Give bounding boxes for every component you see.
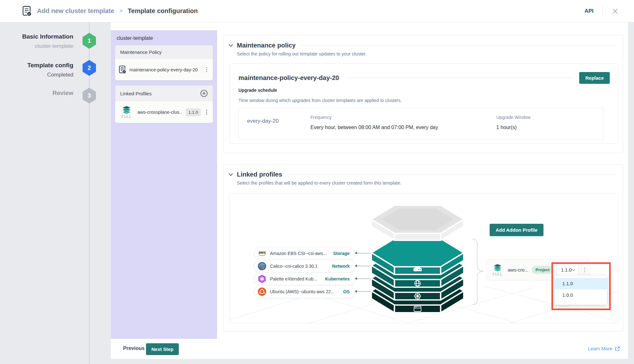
breadcrumb-add-new-cluster-template[interactable]: Add new cluster template: [37, 7, 114, 15]
chevron-down-icon[interactable]: [229, 173, 233, 176]
schedule-window: Upgrade Window 1 hour(s): [496, 115, 603, 130]
maintenance-policy-row[interactable]: maintenance-policy-every-day-20: [115, 59, 213, 80]
header-actions: API: [585, 6, 619, 16]
header: Add new cluster template > Template conf…: [0, 0, 634, 22]
section-rule: [300, 45, 616, 46]
kebab-menu-icon[interactable]: [204, 66, 209, 74]
profile-type-label: FULL: [492, 272, 503, 276]
frequency-value: Every hour, between 08:00 AM and 07:00 P…: [310, 125, 496, 130]
step-badge-3: 3: [83, 88, 96, 104]
template-tree-panel: cluster-template Maintenance Policy: [111, 30, 217, 339]
layer-name: Calico--cni-calico 3.30.1: [270, 264, 329, 269]
card-header-label: Maintenance Policy: [120, 49, 162, 55]
palette-xks-icon: [257, 274, 267, 283]
layer-chip-storage[interactable]: aws Amazon EBS CSI--csi-aws... Storage: [254, 247, 355, 260]
layers-stack-icon: [492, 264, 503, 272]
maintenance-policy-card: Maintenance Policy maintenance-pol: [115, 45, 213, 80]
svg-text:aws: aws: [259, 250, 266, 255]
step-review[interactable]: Review: [3, 89, 73, 97]
document-check-icon: [119, 65, 126, 74]
maintenance-policy-section: Maintenance policy Select the policy for…: [223, 35, 623, 153]
step-basic-information[interactable]: Basic Information cluster-template: [3, 33, 73, 50]
card-header-label: Linked Profiles: [120, 91, 151, 96]
policy-rule: [346, 78, 572, 78]
hexagon-stack-graphic: [367, 200, 469, 321]
step-title: Basic Information: [3, 33, 73, 40]
step-subtitle: cluster-template: [3, 43, 73, 50]
step-title: Review: [3, 89, 73, 97]
layer-category: OS: [343, 289, 350, 294]
breadcrumb-separator: >: [119, 8, 123, 14]
step-badge-2: 2: [83, 60, 96, 76]
layer-chip-network[interactable]: Calico--cni-calico 3.30.1 Network: [254, 260, 355, 273]
schedule-box: every-day-20 Frequency Every hour, betwe…: [238, 108, 603, 140]
version-select[interactable]: 1.1.0: [557, 264, 579, 276]
step-subtitle: Completed: [3, 71, 73, 78]
template-name-label: cluster-template: [111, 30, 217, 45]
add-cluster-template-wizard: Add new cluster template > Template conf…: [0, 0, 634, 364]
layers-stack-icon: [120, 106, 133, 114]
breadcrumb: Add new cluster template > Template conf…: [22, 6, 198, 17]
replace-button[interactable]: Replace: [579, 72, 610, 84]
section-rule: [287, 174, 616, 175]
version-select-value: 1.1.0: [561, 267, 572, 273]
linked-section-head: Linked profiles: [223, 164, 623, 178]
kebab-menu-icon[interactable]: [582, 266, 587, 274]
layer-chip-kubernetes[interactable]: Palette eXtended Kub... Kubernetes: [254, 273, 355, 285]
policy-name: maintenance-policy-every-day-20: [238, 74, 339, 82]
external-link-icon: [615, 346, 620, 351]
section-title: Maintenance policy: [237, 42, 296, 49]
add-addon-profile-button[interactable]: Add Addon Profile: [490, 224, 543, 236]
policy-head: maintenance-policy-every-day-20 Replace: [230, 64, 618, 84]
upgrade-schedule-description: Time window during which upgrades from c…: [238, 98, 618, 103]
layer-category: Kubernetes: [325, 276, 350, 281]
step-template-config[interactable]: Template config Completed: [3, 62, 73, 78]
profile-type-block: FULL: [119, 106, 134, 119]
previous-button[interactable]: Previous: [123, 346, 145, 351]
scope-badge: Project: [532, 266, 553, 274]
profile-name: aws-cro...: [508, 267, 528, 273]
layer-name: Ubuntu (AWS)--ubuntu-aws 22...: [270, 289, 340, 294]
chevron-down-icon: [572, 269, 575, 271]
linked-profile-name: aws-crossplane-clus...: [137, 110, 182, 115]
schedule-frequency: Frequency Every hour, between 08:00 AM a…: [310, 115, 496, 130]
section-title: Linked profiles: [237, 171, 282, 178]
upgrade-window-label: Upgrade Window: [496, 115, 603, 120]
maintenance-policy-detail-card: maintenance-policy-every-day-20 Replace …: [229, 63, 618, 144]
version-dropdown: 1.1.0 1.0.0: [554, 276, 607, 305]
chevron-down-icon[interactable]: [229, 44, 233, 47]
layer-category: Storage: [333, 251, 350, 256]
aws-icon: aws: [257, 250, 267, 257]
kebab-menu-icon[interactable]: [204, 108, 209, 116]
profile-type-block: FULL: [491, 264, 505, 276]
layer-name: Amazon EBS CSI--csi-aws...: [270, 251, 330, 256]
profile-version-badge: 1.1.0: [186, 108, 201, 116]
layer-name: Palette eXtended Kub...: [270, 276, 322, 281]
wizard-content: cluster-template Maintenance Policy: [111, 22, 628, 359]
section-subtitle: Select the policy for rolling out templa…: [237, 51, 623, 56]
linked-profiles-card-header: Linked Profiles: [115, 85, 213, 101]
linked-profile-row[interactable]: FULL aws-crossplane-clus... 1.1.0: [115, 101, 213, 123]
section-subtitle: Select the profiles that will be applied…: [237, 180, 623, 186]
linked-profiles-card: Linked Profiles FULL: [115, 85, 213, 123]
schedule-name: every-day-20: [239, 115, 310, 130]
calico-icon: [257, 262, 267, 271]
api-button[interactable]: API: [585, 8, 594, 14]
frequency-label: Frequency: [310, 115, 496, 120]
profile-type-label: FULL: [121, 115, 132, 119]
linked-profiles-section: Linked profiles Select the profiles that…: [223, 164, 623, 331]
breadcrumb-current-page: Template configuration: [128, 7, 198, 15]
learn-more-link[interactable]: Learn More: [588, 346, 620, 351]
layer-category: Network: [332, 264, 350, 269]
dropdown-option-1-0-0[interactable]: 1.0.0: [554, 289, 607, 301]
template-document-icon: [22, 6, 32, 17]
layer-chip-os[interactable]: Ubuntu (AWS)--ubuntu-aws 22... OS: [254, 285, 355, 298]
upgrade-window-value: 1 hour(s): [496, 125, 603, 130]
ubuntu-icon: [257, 287, 267, 296]
step-badge-1: 1: [83, 33, 96, 49]
dropdown-option-1-1-0[interactable]: 1.1.0: [554, 278, 607, 289]
next-step-button[interactable]: Next Step: [146, 343, 179, 355]
close-icon[interactable]: [612, 8, 619, 15]
add-profile-plus-icon[interactable]: [200, 90, 208, 97]
maintenance-policy-card-header: Maintenance Policy: [115, 45, 213, 59]
